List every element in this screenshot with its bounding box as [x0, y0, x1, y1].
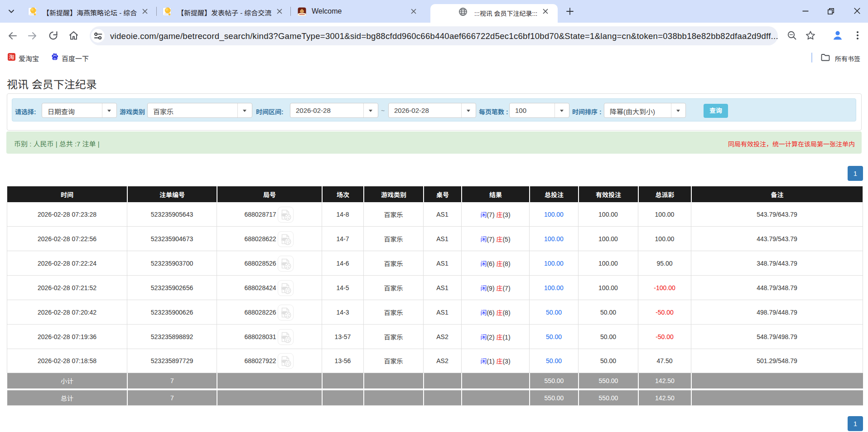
svg-text:淘: 淘 — [9, 53, 14, 60]
svg-text:du: du — [53, 57, 56, 60]
